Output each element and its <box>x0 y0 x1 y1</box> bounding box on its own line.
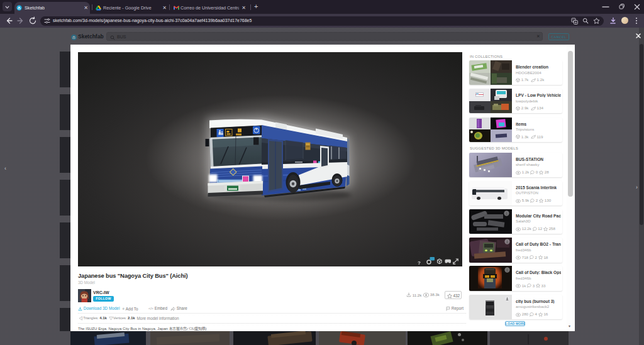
svg-text:?: ? <box>418 260 421 266</box>
